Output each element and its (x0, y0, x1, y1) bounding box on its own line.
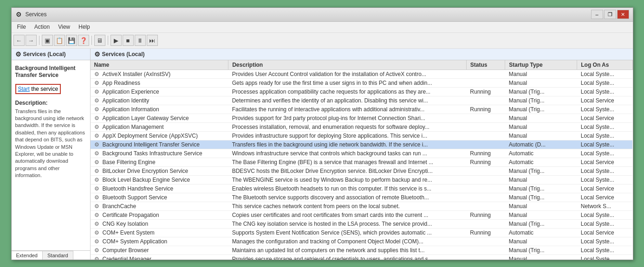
table-row[interactable]: ⚙Computer BrowserMaintains an updated li… (91, 246, 633, 254)
service-startup-cell: Manual (505, 175, 577, 184)
service-startup-cell: Manual (505, 122, 577, 131)
service-status-cell (466, 166, 505, 175)
table-row[interactable]: ⚙Application ExperienceProcesses applica… (91, 87, 633, 96)
service-status-cell: Running (466, 228, 505, 237)
back-button[interactable]: ← (13, 35, 25, 46)
service-status-cell: Running (466, 105, 505, 114)
service-logon-cell: Local Syste... (577, 175, 632, 184)
stop-service-button[interactable]: ■ (123, 35, 134, 46)
table-row[interactable]: ⚙Base Filtering EngineThe Base Filtering… (91, 158, 633, 166)
table-row[interactable]: ⚙Application InformationFacilitates the … (91, 105, 633, 114)
table-row[interactable]: ⚙Bluetooth Support ServiceThe Bluetooth … (91, 193, 633, 202)
table-row[interactable]: ⚙BranchCacheThis service caches network … (91, 202, 633, 210)
service-name-cell: ⚙Credential Manager (91, 255, 228, 260)
services-local-icon: ⚙ (94, 51, 100, 58)
service-row-icon: ⚙ (94, 80, 101, 86)
show-hide-console-button[interactable]: ▣ (42, 35, 53, 46)
service-name-text: Computer Browser (103, 247, 149, 254)
description-text: Transfers files in the background using … (15, 108, 86, 179)
restore-button[interactable]: ❐ (604, 10, 616, 19)
service-startup-cell: Manual (Trig... (505, 166, 577, 175)
service-startup-cell: Manual (505, 78, 577, 87)
service-status-cell (466, 202, 505, 210)
menu-help[interactable]: Help (75, 23, 94, 31)
col-name[interactable]: Name (91, 60, 228, 70)
col-startup[interactable]: Startup Type (505, 60, 577, 70)
service-startup-cell: Manual (505, 131, 577, 140)
table-row[interactable]: ⚙CNG Key IsolationThe CNG key isolation … (91, 219, 633, 228)
start-service-link[interactable]: Start (18, 86, 30, 92)
service-startup-cell: Automatic (D... (505, 140, 577, 149)
service-row-icon: ⚙ (94, 221, 101, 227)
services-tbody: ⚙ActiveX Installer (AxInstSV)Provides Us… (91, 70, 633, 260)
properties-button[interactable]: 📋 (54, 35, 65, 46)
service-name-cell: ⚙Application Management (91, 123, 228, 131)
help-button[interactable]: ❓ (78, 35, 89, 46)
service-status-cell: Running (466, 87, 505, 96)
service-desc-cell: Determines and verifies the identity of … (228, 96, 467, 105)
service-desc-cell: Windows infrastructure service that cont… (228, 149, 467, 158)
table-row[interactable]: ⚙Certificate PropagationCopies user cert… (91, 210, 633, 219)
table-row[interactable]: ⚙Credential ManagerProvides secure stora… (91, 254, 633, 260)
service-name-text: Base Filtering Engine (103, 159, 156, 165)
table-row[interactable]: ⚙App ReadinessGets apps ready for use th… (91, 78, 633, 87)
service-desc-cell: This service caches network content from… (228, 202, 467, 210)
service-name-cell: ⚙Application Identity (91, 96, 228, 105)
table-header: Name Description Status Startup Type Log… (91, 60, 633, 70)
tab-extended[interactable]: Extended (12, 251, 43, 260)
table-row[interactable]: ⚙Block Level Backup Engine ServiceThe WB… (91, 175, 633, 184)
services-icon: ⚙ (15, 51, 21, 58)
service-row-icon: ⚙ (94, 115, 101, 121)
services-table[interactable]: Name Description Status Startup Type Log… (91, 60, 633, 260)
menu-view[interactable]: View (54, 23, 74, 31)
service-row-icon: ⚙ (94, 159, 101, 165)
table-row[interactable]: ⚙COM+ System ApplicationManages the conf… (91, 237, 633, 246)
table-row[interactable]: ⚙Application Layer Gateway ServiceProvid… (91, 114, 633, 122)
service-name-cell: ⚙App Readiness (91, 79, 228, 87)
title-bar: ⚙ Services – ❐ ✕ (12, 8, 633, 22)
service-startup-cell: Automatic (505, 228, 577, 237)
table-row[interactable]: ⚙Application IdentityDetermines and veri… (91, 96, 633, 105)
table-row[interactable]: ⚙COM+ Event SystemSupports System Event … (91, 228, 633, 237)
tab-standard[interactable]: Standard (43, 251, 73, 260)
table-row[interactable]: ⚙BitLocker Drive Encryption ServiceBDESV… (91, 166, 633, 175)
service-desc-cell: Provides infrastructure support for depl… (228, 131, 467, 140)
menu-action[interactable]: Action (31, 23, 53, 31)
service-row-icon: ⚙ (94, 133, 101, 139)
service-name-text: CNG Key Isolation (103, 221, 149, 227)
service-name-cell: ⚙Background Intelligent Transfer Service (91, 140, 228, 149)
forward-button[interactable]: → (26, 35, 37, 46)
pause-service-button[interactable]: ⏸ (135, 35, 146, 46)
service-status-cell: Running (466, 210, 505, 219)
service-startup-cell: Manual (Trig... (505, 87, 577, 96)
start-service-button[interactable]: ▶ (111, 35, 122, 46)
col-description[interactable]: Description (228, 60, 467, 70)
separator-3 (108, 36, 108, 45)
window-title: Services (26, 11, 47, 18)
service-status-cell (466, 131, 505, 140)
service-startup-cell: Automatic (505, 158, 577, 166)
service-logon-cell: Local Syste... (577, 131, 632, 140)
export-list-button[interactable]: 💾 (66, 35, 77, 46)
col-status[interactable]: Status (466, 60, 505, 70)
table-row[interactable]: ⚙Background Tasks Infrastructure Service… (91, 149, 633, 158)
new-window-button[interactable]: 🖥 (94, 35, 105, 46)
minimize-button[interactable]: – (591, 10, 603, 19)
table-row[interactable]: ⚙Bluetooth Handsfree ServiceEnables wire… (91, 184, 633, 193)
table-row[interactable]: ⚙Background Intelligent Transfer Service… (91, 140, 633, 149)
start-link-box: Start the service (15, 84, 61, 94)
restart-service-button[interactable]: ⏭ (147, 35, 158, 46)
close-button[interactable]: ✕ (617, 10, 629, 19)
table-row[interactable]: ⚙Application ManagementProcesses install… (91, 122, 633, 131)
service-name-cell: ⚙Application Experience (91, 88, 228, 96)
service-status-cell (466, 175, 505, 184)
col-logon[interactable]: Log On As (577, 60, 632, 70)
service-row-icon: ⚙ (94, 177, 101, 183)
service-name-cell: ⚙AppX Deployment Service (AppXSVC) (91, 132, 228, 140)
service-name: Background Intelligent Transfer Service (15, 65, 86, 79)
menu-file[interactable]: File (13, 23, 30, 31)
service-name-text: COM+ Event System (103, 229, 155, 236)
service-name-text: AppX Deployment Service (AppXSVC) (103, 133, 198, 139)
table-row[interactable]: ⚙AppX Deployment Service (AppXSVC)Provid… (91, 131, 633, 140)
table-row[interactable]: ⚙ActiveX Installer (AxInstSV)Provides Us… (91, 70, 633, 78)
